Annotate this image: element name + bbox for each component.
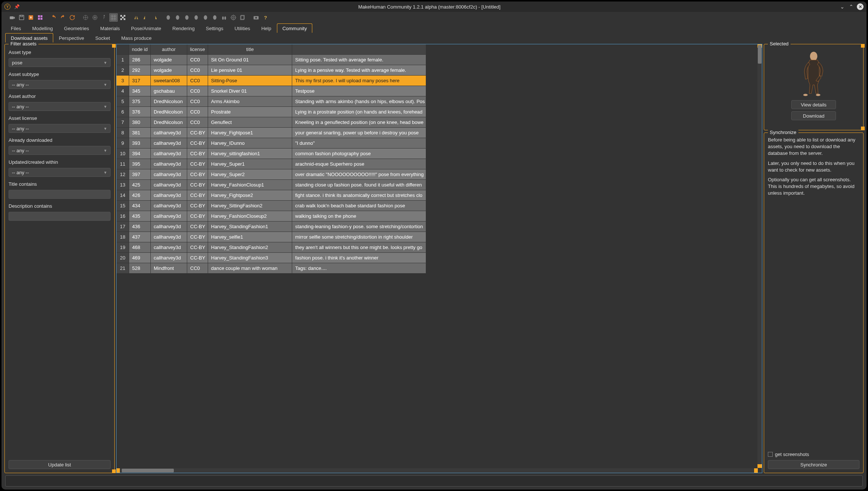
table-cell-author[interactable]: callharvey3d (151, 169, 187, 180)
table-cell-n[interactable]: 425 (129, 180, 151, 190)
asset-type-select[interactable]: pose▼ (9, 58, 111, 67)
toolbar-head6-icon[interactable] (211, 13, 219, 22)
already-downloaded-select[interactable]: -- any --▼ (9, 146, 111, 155)
table-cell-title[interactable]: Harvey_Super1 (208, 159, 292, 169)
row-number[interactable]: 5 (117, 96, 129, 107)
main-tab-community[interactable]: Community (277, 23, 313, 33)
table-cell-title[interactable]: dance couple man with woman (208, 263, 292, 274)
table-cell-license[interactable]: CC-BY (187, 190, 208, 201)
toolbar-redo-icon[interactable] (59, 13, 67, 22)
row-number[interactable]: 13 (117, 180, 129, 190)
row-number[interactable]: 17 (117, 221, 129, 232)
table-cell-title[interactable]: Snorkel Diver 01 (208, 86, 292, 96)
asset-subtype-select[interactable]: -- any --▼ (9, 80, 111, 89)
asset-author-select[interactable]: -- any --▼ (9, 102, 111, 111)
table-cell-n[interactable]: 469 (129, 253, 151, 263)
table-cell-author[interactable]: DredNicolson (151, 107, 187, 117)
asset-license-select[interactable]: -- any --▼ (9, 124, 111, 133)
table-cell-license[interactable]: CC-BY (187, 242, 208, 253)
toolbar-target-icon[interactable] (229, 13, 237, 22)
table-cell-license[interactable]: CC0 (187, 55, 208, 65)
toolbar-pose-icon[interactable] (100, 13, 108, 22)
table-cell-title[interactable]: Sitting-Pose (208, 76, 292, 86)
sub-tab-perspective[interactable]: Perspective (53, 33, 90, 42)
row-number[interactable]: 14 (117, 190, 129, 201)
main-tab-settings[interactable]: Settings (200, 23, 229, 33)
row-number[interactable]: 4 (117, 86, 129, 96)
main-tab-help[interactable]: Help (256, 23, 277, 33)
table-cell-desc[interactable]: "I dunno" (292, 138, 426, 149)
table-cell-n[interactable]: 437 (129, 232, 151, 242)
table-cell-title[interactable]: Harvey_IDunno (208, 138, 292, 149)
table-cell-author[interactable]: callharvey3d (151, 232, 187, 242)
table-cell-title[interactable]: Harvey_selfie1 (208, 232, 292, 242)
row-number[interactable]: 1 (117, 55, 129, 65)
table-cell-license[interactable]: CC0 (187, 107, 208, 117)
table-header[interactable]: author (151, 44, 187, 55)
table-cell-n[interactable]: 317 (129, 76, 151, 86)
table-cell-license[interactable]: CC0 (187, 263, 208, 274)
table-header[interactable]: node id (129, 44, 151, 55)
table-cell-title[interactable]: Harvey_Super2 (208, 169, 292, 180)
table-cell-author[interactable]: callharvey3d (151, 149, 187, 159)
table-cell-license[interactable]: CC-BY (187, 232, 208, 242)
table-cell-title[interactable]: Harvey_StandingFashion2 (208, 242, 292, 253)
table-cell-license[interactable]: CC-BY (187, 221, 208, 232)
table-cell-desc[interactable]: Tags: dance.... (292, 263, 426, 274)
table-cell-title[interactable]: Harvey_sittingfashion1 (208, 149, 292, 159)
row-number[interactable]: 12 (117, 169, 129, 180)
table-cell-desc[interactable]: standing close up fashion pose. found it… (292, 180, 426, 190)
table-cell-desc[interactable]: mirror selfie some stretching/distortion… (292, 232, 426, 242)
table-cell-desc[interactable]: over dramatic "NOOOOOOOOOO!!!!!" pose fr… (292, 169, 426, 180)
table-cell-author[interactable]: callharvey3d (151, 128, 187, 138)
table-cell-author[interactable]: gschabau (151, 86, 187, 96)
table-cell-license[interactable]: CC-BY (187, 159, 208, 169)
table-cell-license[interactable]: CC0 (187, 86, 208, 96)
toolbar-snapshot-icon[interactable] (252, 13, 260, 22)
table-cell-desc[interactable]: Lying in a pensive way. Tested with aver… (292, 65, 426, 76)
table-cell-author[interactable]: Mindfront (151, 263, 187, 274)
scroll-handle-icon[interactable] (112, 44, 116, 48)
sub-tab-massproduce[interactable]: Mass produce (116, 33, 157, 42)
table-cell-author[interactable]: DredNicolson (151, 96, 187, 107)
table-cell-n[interactable]: 375 (129, 96, 151, 107)
table-cell-desc[interactable]: Lying in a prostrate position (on hands … (292, 107, 426, 117)
row-number[interactable]: 6 (117, 107, 129, 117)
table-cell-n[interactable]: 394 (129, 149, 151, 159)
table-cell-title[interactable]: Harvey_Fightpose1 (208, 128, 292, 138)
title-contains-input[interactable] (9, 190, 111, 199)
table-cell-n[interactable]: 395 (129, 159, 151, 169)
row-number[interactable]: 8 (117, 128, 129, 138)
row-number[interactable]: 7 (117, 117, 129, 128)
table-cell-license[interactable]: CC0 (187, 117, 208, 128)
main-tab-materials[interactable]: Materials (95, 23, 125, 33)
table-cell-license[interactable]: CC-BY (187, 128, 208, 138)
table-header[interactable] (292, 44, 426, 55)
table-cell-title[interactable]: Harvey_SittingFashion2 (208, 201, 292, 211)
table-cell-author[interactable]: callharvey3d (151, 253, 187, 263)
sub-tab-socket[interactable]: Socket (90, 33, 116, 42)
table-cell-license[interactable]: CC-BY (187, 201, 208, 211)
table-cell-n[interactable]: 292 (129, 65, 151, 76)
table-cell-title[interactable]: Prostrate (208, 107, 292, 117)
table-cell-author[interactable]: callharvey3d (151, 190, 187, 201)
row-number[interactable]: 16 (117, 211, 129, 221)
table-cell-title[interactable]: Harvey_Fightpose2 (208, 190, 292, 201)
table-cell-desc[interactable]: they aren't all winners but this one mig… (292, 242, 426, 253)
table-cell-author[interactable]: callharvey3d (151, 211, 187, 221)
pin-icon[interactable]: 📌 (14, 4, 20, 9)
toolbar-mirror3-icon[interactable] (151, 13, 159, 22)
table-cell-desc[interactable]: common fashion photography pose (292, 149, 426, 159)
table-cell-author[interactable]: callharvey3d (151, 138, 187, 149)
table-cell-title[interactable]: Harvey_StandingFashion3 (208, 253, 292, 263)
main-tab-utilities[interactable]: Utilities (229, 23, 256, 33)
row-number[interactable]: 3 (117, 76, 129, 86)
row-number[interactable]: 2 (117, 65, 129, 76)
table-cell-author[interactable]: wolgade (151, 55, 187, 65)
main-tab-geometries[interactable]: Geometries (58, 23, 95, 33)
table-cell-desc[interactable]: Standing with arms akimbo (hands on hips… (292, 96, 426, 107)
table-cell-author[interactable]: callharvey3d (151, 180, 187, 190)
table-cell-desc[interactable]: fashion pose. i think it's another winne… (292, 253, 426, 263)
table-cell-desc[interactable]: walking talking on the phone (292, 211, 426, 221)
table-cell-n[interactable]: 435 (129, 211, 151, 221)
